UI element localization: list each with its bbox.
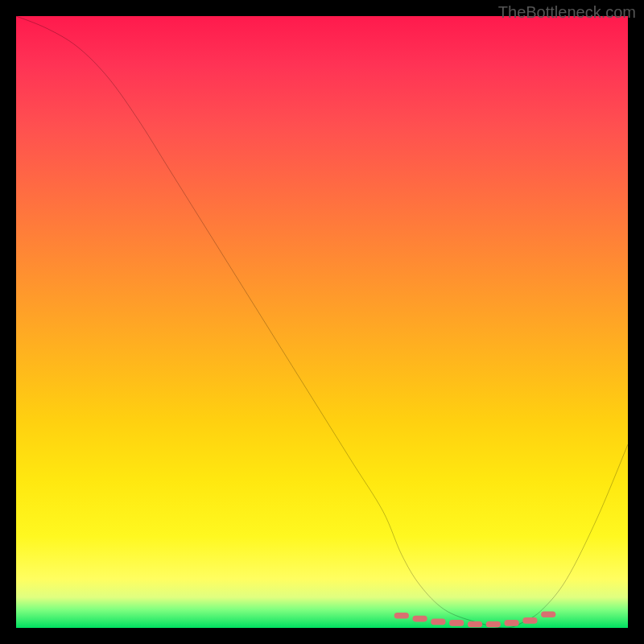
svg-rect-0 xyxy=(394,613,409,619)
svg-rect-4 xyxy=(468,621,482,628)
svg-rect-2 xyxy=(431,619,445,625)
svg-rect-5 xyxy=(486,621,501,628)
svg-rect-8 xyxy=(541,611,555,617)
svg-rect-6 xyxy=(504,620,518,626)
svg-rect-7 xyxy=(522,617,537,624)
optimal-range-markers xyxy=(16,16,628,628)
watermark-text: TheBottleneck.com xyxy=(498,3,636,22)
svg-rect-1 xyxy=(412,616,427,622)
svg-rect-3 xyxy=(449,620,464,626)
chart-plot-area xyxy=(16,16,628,628)
